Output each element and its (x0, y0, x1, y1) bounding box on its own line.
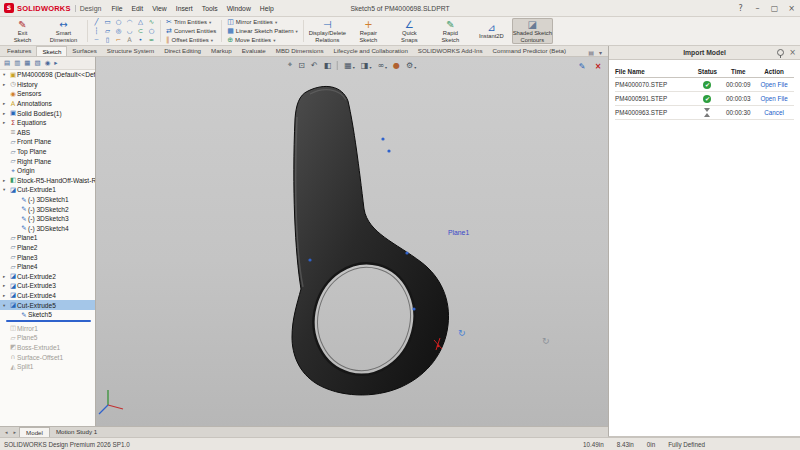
tree-item-plane5[interactable]: ▱ Plane5 (0, 333, 95, 343)
sketch-entity-slot-icon[interactable]: ⊂ (138, 27, 143, 35)
plane1-label[interactable]: Plane1 (448, 229, 469, 236)
tree-item-stock[interactable]: ▸ ◧ Stock-R5-HandOff-Waist-RightC... (0, 176, 95, 186)
tab-lifecycle-collaboration[interactable]: Lifecycle and Collaboration (329, 46, 413, 56)
sketch-entity-spline-icon[interactable]: ∿ (149, 18, 154, 26)
edit-appearance-icon[interactable]: ● (393, 61, 400, 70)
tree-item-3dsketch3[interactable]: ✎ (-) 3DSketch3 (0, 214, 95, 224)
chevron-right-icon[interactable]: ▸ (54, 59, 57, 67)
tab-evaluate[interactable]: Evaluate (237, 46, 271, 56)
quick-snaps-button[interactable]: ∠ Quick Snaps (389, 18, 430, 44)
convert-entities-button[interactable]: ⇄ Convert Entities (164, 27, 218, 35)
tree-item-mirror1[interactable]: ◫ Mirror1 (0, 323, 95, 333)
tree-item-history[interactable]: ▸ ◷ History (0, 80, 95, 90)
menu-view[interactable]: View (152, 5, 167, 12)
tab-solidworks-add-ins[interactable]: SOLIDWORKS Add-Ins (413, 46, 488, 56)
tree-item-plane4[interactable]: ▱ Plane4 (0, 262, 95, 272)
rapid-sketch-button[interactable]: ✎ Rapid Sketch (430, 18, 471, 44)
tree-item-sensors[interactable]: ◉ Sensors (0, 89, 95, 99)
sketch-entity-parallelogram-icon[interactable]: ▱ (105, 27, 110, 35)
sketch-entity-tangent-arc-icon[interactable]: ◡ (127, 27, 133, 35)
repair-sketch-button[interactable]: + Repair Sketch (348, 18, 389, 44)
help-icon[interactable]: ? (732, 0, 749, 17)
tree-item-origin[interactable]: ⌖ Origin (0, 166, 95, 176)
cancel-sketch-icon[interactable]: × (592, 60, 604, 72)
tree-root[interactable]: ▾ ▣ PM4000698 (Default<<Default>_Displa (0, 70, 95, 80)
sketch-entity-text-icon[interactable]: A (127, 36, 131, 44)
configuration-manager-tab-icon[interactable]: ▦ (24, 59, 30, 67)
rotate-gizmo-icon[interactable]: ↻ (458, 328, 466, 338)
tree-item-right-plane[interactable]: ▱ Right Plane (0, 156, 95, 166)
close-button[interactable]: × (783, 0, 800, 17)
menu-edit[interactable]: Edit (131, 5, 143, 12)
display-manager-tab-icon[interactable]: ◉ (45, 59, 51, 67)
cancel-link[interactable]: Cancel (754, 109, 794, 116)
tree-item-annotations[interactable]: ▸ A Annotations (0, 99, 95, 109)
chevron-down-icon[interactable]: ▾ (369, 65, 371, 70)
tree-item-cut-extrude2[interactable]: ▸ ◪ Cut-Extrude2 (0, 271, 95, 281)
tree-item-material[interactable]: ≡ ABS (0, 128, 95, 138)
instant2d-button[interactable]: ⊿ Instant2D (471, 18, 512, 44)
menu-help[interactable]: Help (260, 5, 274, 12)
tree-item-plane1[interactable]: ▱ Plane1 (0, 233, 95, 243)
zoom-to-area-icon[interactable]: ⊡ (298, 61, 305, 70)
tree-item-plane2[interactable]: ▱ Plane2 (0, 243, 95, 253)
tab-scroll-right-icon[interactable]: ▸ (11, 427, 20, 437)
tab-structure-system[interactable]: Structure System (102, 46, 159, 56)
pin-icon[interactable] (777, 49, 784, 56)
sketch-entity-arc-icon[interactable]: ◠ (127, 18, 133, 26)
tab-sketch[interactable]: Sketch (36, 46, 67, 56)
tab-mbd-dimensions[interactable]: MBD Dimensions (271, 46, 329, 56)
tab-scroll-left-icon[interactable]: ◂ (2, 427, 11, 437)
zoom-to-fit-icon[interactable]: ⌖ (288, 60, 293, 70)
tree-item-cut-extrude3[interactable]: ▸ ◪ Cut-Extrude3 (0, 281, 95, 291)
sketch-entity-ellipse-icon[interactable]: ○ (149, 27, 155, 35)
tab-markup[interactable]: Markup (206, 46, 237, 56)
chevron-down-icon[interactable]: ▾ (414, 65, 416, 70)
tree-item-boss-extrude1[interactable]: ◩ Boss-Extrude1 (0, 343, 95, 353)
menu-tools[interactable]: Tools (202, 5, 218, 12)
open-file-link[interactable]: Open File (754, 95, 794, 102)
sketch-entity-rectangle-icon[interactable]: ▭ (104, 18, 110, 26)
view-orientation-icon[interactable]: ▦ (344, 61, 352, 70)
sketch-entity-point-icon[interactable]: • (139, 36, 143, 44)
restore-button[interactable]: ▢ (766, 0, 783, 17)
display-delete-relations-button[interactable]: ⊣ Display/Delete Relations (307, 18, 348, 44)
sketch-entity-polygon-icon[interactable]: △ (138, 18, 143, 26)
tab-direct-editing[interactable]: Direct Editing (159, 46, 206, 56)
tab-motion-study-1[interactable]: Motion Study 1 (50, 427, 103, 437)
model-3d[interactable] (96, 57, 608, 426)
featuremanager-tree-tab-icon[interactable]: ▤ (4, 59, 10, 67)
menu-insert[interactable]: Insert (176, 5, 193, 12)
pane-display-icon[interactable]: ▤ (588, 49, 594, 56)
shaded-sketch-contours-button[interactable]: ◪ Shaded Sketch Contours (512, 18, 553, 44)
view-settings-icon[interactable]: ⚙ (406, 61, 413, 70)
move-entities-button[interactable]: ⊕ Move Entities ▾ (225, 36, 300, 44)
linear-sketch-pattern-button[interactable]: ▦ Linear Sketch Pattern ▾ (225, 27, 300, 35)
sketch-entity-centerline-icon[interactable]: ┆ (95, 27, 99, 35)
hide-show-items-icon[interactable]: ∞ (377, 61, 384, 70)
menu-file[interactable]: File (111, 5, 122, 12)
tree-item-plane3[interactable]: ▱ Plane3 (0, 252, 95, 262)
close-icon[interactable]: × (789, 49, 796, 57)
sketch-entity-construction-line-icon[interactable]: ┄ (95, 36, 99, 44)
open-file-link[interactable]: Open File (754, 81, 794, 88)
tree-item-surface-offset1[interactable]: ∩ Surface-Offset1 (0, 352, 95, 362)
exit-sketch-corner-icon[interactable]: ✎ (576, 60, 588, 72)
sketch-entity-curve-icon[interactable]: ≈ (149, 36, 154, 44)
tree-item-front-plane[interactable]: ▱ Front Plane (0, 137, 95, 147)
menu-window[interactable]: Window (227, 5, 251, 12)
graphics-area[interactable]: ⌖ ⊡ ↶ ◧ ▦▾ ◨▾ ∞▾ ● ⚙▾ ✎ × Plane1 ↻ ↻ (96, 57, 608, 426)
previous-view-icon[interactable]: ↶ (311, 61, 318, 70)
tree-item-3dsketch4[interactable]: ✎ (-) 3DSketch4 (0, 224, 95, 234)
property-manager-tab-icon[interactable]: ▥ (14, 59, 20, 67)
tab-features[interactable]: Features (2, 46, 36, 56)
tree-item-equations[interactable]: ▸ Σ Equations (0, 118, 95, 128)
tree-item-sketch5[interactable]: ✎ Sketch5 (0, 310, 95, 320)
tree-item-3dsketch1[interactable]: ✎ (-) 3DSketch1 (0, 195, 95, 205)
sketch-entity-fillet-icon[interactable]: ⌐ (116, 36, 121, 44)
sketch-entity-perimeter-circle-icon[interactable]: ◎ (116, 27, 122, 35)
sketch-entity-line-icon[interactable]: ╱ (95, 18, 99, 26)
tree-item-cut-extrude1[interactable]: ▾ ◪ Cut-Extrude1 (0, 185, 95, 195)
tree-item-split1[interactable]: ◭ Split1 (0, 362, 95, 372)
display-style-icon[interactable]: ◨ (361, 61, 369, 70)
